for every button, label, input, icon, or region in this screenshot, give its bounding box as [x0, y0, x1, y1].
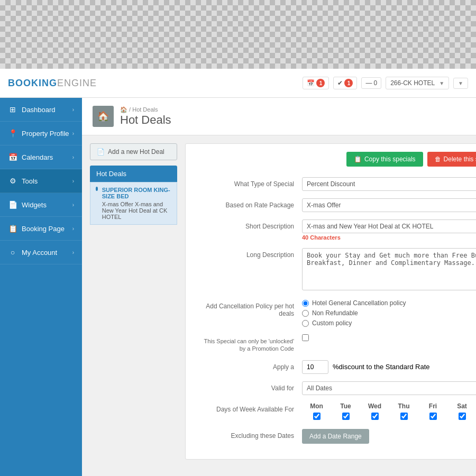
calendar-icon: 📅: [307, 79, 315, 87]
checkbox-mon[interactable]: [313, 413, 321, 420]
home-icon: 🏠: [97, 111, 109, 122]
rate-package-label: Based on Rate Package: [196, 198, 302, 209]
action-buttons: 📋 Copy this specials 🗑 Delete this speci…: [196, 152, 476, 167]
hot-deal-name: SUPERIOR ROOM KING-SIZE BED: [102, 187, 171, 199]
rate-package-row: Based on Rate Package X-mas Offer: [196, 198, 476, 212]
hot-deal-desc: X-mas Offer X-mas and New Year Hot Deal …: [102, 201, 171, 220]
checkbox-tue[interactable]: [342, 413, 350, 420]
page-title: Hot Deals: [120, 113, 171, 127]
valid-for-label: Valid for: [196, 381, 302, 392]
days-of-week-control: Mon Tue Wed Thu Fri Sat Sun: [302, 402, 476, 422]
valid-for-select[interactable]: All Dates Date Range: [302, 381, 476, 395]
sidebar-item-property-profile[interactable]: 📍 Property Profile ›: [0, 122, 82, 145]
apply-label: Apply a: [196, 360, 302, 371]
checkbox-thu[interactable]: [400, 413, 408, 420]
cancellation-label-hotel-general: Hotel General Cancellation policy: [312, 299, 406, 307]
day-check-fri: [418, 413, 447, 422]
what-type-row: What Type of Special Percent Discount Fi…: [196, 177, 476, 191]
top-bar: BOOKING ENGINE 📅 1 ✔ 1 — 0 266-CK HOTEL …: [0, 69, 476, 98]
cancellation-option-custom[interactable]: Custom policy: [302, 319, 476, 327]
my-account-arrow: ›: [72, 250, 74, 255]
long-desc-label: Long Description: [196, 248, 302, 259]
calendars-arrow: ›: [72, 154, 74, 160]
cancellation-label-non-refundable: Non Refundable: [312, 309, 358, 317]
excluding-dates-label: Excluding these Dates: [196, 429, 302, 440]
add-new-label: Add a new Hot Deal: [108, 148, 164, 155]
check-notification[interactable]: ✔ 1: [333, 77, 357, 89]
days-of-week-row: Days of Week Available For Mon Tue Wed T…: [196, 402, 476, 422]
cancellation-label: Add Cancellation Policy per hot deals: [196, 299, 302, 317]
sidebar-item-booking-page[interactable]: 📋 Booking Page ›: [0, 217, 82, 241]
hot-deals-list-title: Hot Deals: [90, 166, 177, 182]
day-header-fri: Fri: [418, 402, 447, 410]
checkbox-wed[interactable]: [371, 413, 379, 420]
short-desc-row: Short Description 40 Characters: [196, 219, 476, 241]
dash-notification[interactable]: — 0: [361, 77, 381, 89]
check-icon: ✔: [337, 79, 343, 87]
delete-specials-button[interactable]: 🗑 Delete this specials: [427, 152, 476, 167]
property-icon: 📍: [8, 129, 17, 138]
cancellation-label-custom: Custom policy: [312, 319, 352, 327]
home-icon-box[interactable]: 🏠: [93, 106, 114, 127]
copy-icon: 📋: [354, 155, 362, 163]
days-checkboxes: [302, 413, 476, 422]
add-date-range-button[interactable]: Add a Date Range: [302, 429, 369, 444]
promotion-code-checkbox[interactable]: [302, 334, 309, 341]
sidebar-item-tools[interactable]: ⚙ Tools ›: [0, 169, 82, 193]
day-check-mon: [302, 413, 331, 422]
checkbox-fri[interactable]: [429, 413, 437, 420]
sidebar-item-dashboard[interactable]: ⊞ Dashboard ›: [0, 98, 82, 122]
main-layout: ⊞ Dashboard › 📍 Property Profile › 📅 Cal…: [0, 98, 476, 476]
hot-deals-list: Hot Deals SUPERIOR ROOM KING-SIZE BED X-…: [90, 166, 177, 225]
promotion-code-row: This Special can only be 'unlocked' by a…: [196, 334, 476, 353]
booking-page-icon: 📋: [8, 224, 17, 233]
char-count: 40 Characters: [302, 234, 476, 241]
day-check-tue: [331, 413, 360, 422]
day-check-thu: [389, 413, 418, 422]
top-bar-right: 📅 1 ✔ 1 — 0 266-CK HOTEL ▼ ▼: [303, 77, 468, 89]
sidebar-item-calendars[interactable]: 📅 Calendars ›: [0, 145, 82, 169]
add-new-hot-deal-button[interactable]: 📄 Add a new Hot Deal: [90, 143, 177, 160]
hot-deal-item[interactable]: SUPERIOR ROOM KING-SIZE BED X-mas Offer …: [90, 182, 177, 225]
dash-badge: 0: [373, 79, 377, 87]
blue-dot-icon: [96, 187, 98, 191]
my-account-icon: ○: [8, 248, 17, 257]
user-menu[interactable]: ▼: [453, 78, 468, 89]
long-desc-textarea[interactable]: Book your Stay and Get much more than Fr…: [302, 248, 476, 290]
calendar-notification[interactable]: 📅 1: [303, 77, 329, 89]
long-desc-control: Book your Stay and Get much more than Fr…: [302, 248, 476, 292]
hotel-dropdown-arrow: ▼: [439, 80, 444, 86]
cancellation-control: Hotel General Cancellation policy Non Re…: [302, 299, 476, 327]
valid-for-row: Valid for All Dates Date Range: [196, 381, 476, 395]
copy-specials-button[interactable]: 📋 Copy this specials: [346, 152, 423, 167]
what-type-select[interactable]: Percent Discount Fixed Discount Free Nig…: [302, 177, 476, 191]
sidebar-label-calendars: Calendars: [22, 153, 53, 161]
days-header: Mon Tue Wed Thu Fri Sat Sun: [302, 402, 476, 410]
apply-input[interactable]: [302, 360, 328, 374]
checkbox-sat[interactable]: [459, 413, 466, 420]
breadcrumb: 🏠 / Hot Deals: [120, 106, 171, 113]
day-check-sat: [447, 413, 476, 422]
dashboard-arrow: ›: [72, 107, 74, 113]
what-type-label: What Type of Special: [196, 177, 302, 188]
dashboard-icon: ⊞: [8, 105, 17, 114]
rate-package-control: X-mas Offer: [302, 198, 476, 212]
day-check-wed: [360, 413, 389, 422]
sidebar-label-dashboard: Dashboard: [22, 106, 56, 114]
cancellation-radio-non-refundable[interactable]: [302, 310, 309, 317]
rate-package-select[interactable]: X-mas Offer: [302, 198, 476, 212]
hotel-selector[interactable]: 266-CK HOTEL ▼: [386, 77, 449, 89]
sidebar-item-widgets[interactable]: 📄 Widgets ›: [0, 193, 82, 217]
cancellation-option-hotel-general[interactable]: Hotel General Cancellation policy: [302, 299, 476, 307]
cancellation-radio-custom[interactable]: [302, 320, 309, 327]
what-type-control: Percent Discount Fixed Discount Free Nig…: [302, 177, 476, 191]
cancellation-option-non-refundable[interactable]: Non Refundable: [302, 309, 476, 317]
short-desc-input[interactable]: [302, 219, 476, 233]
logo: BOOKING ENGINE: [8, 78, 97, 89]
cancellation-row: Add Cancellation Policy per hot deals Ho…: [196, 299, 476, 327]
cancellation-radio-hotel-general[interactable]: [302, 300, 309, 307]
booking-page-arrow: ›: [72, 226, 74, 232]
sidebar-item-my-account[interactable]: ○ My Account ›: [0, 241, 82, 264]
page-body: 📄 Add a new Hot Deal Hot Deals SUPERIOR …: [82, 135, 476, 468]
tools-arrow: ›: [72, 178, 74, 184]
